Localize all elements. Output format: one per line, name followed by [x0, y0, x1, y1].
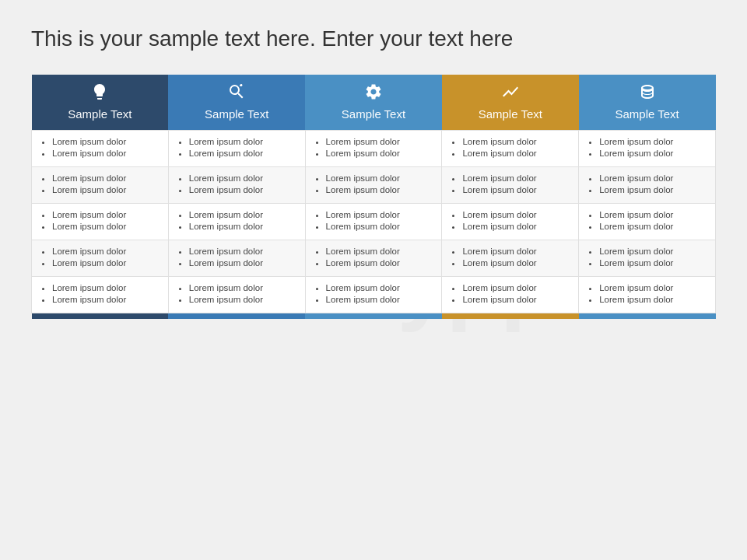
list-item: Lorem ipsum dolor — [326, 295, 434, 304]
list-item: Lorem ipsum dolor — [326, 149, 434, 158]
cell-r5-c1: Lorem ipsum dolorLorem ipsum dolor — [32, 277, 169, 313]
cell-r1-c5: Lorem ipsum dolorLorem ipsum dolor — [579, 131, 716, 167]
list-item: Lorem ipsum dolor — [52, 295, 160, 304]
cell-r5-c4: Lorem ipsum dolorLorem ipsum dolor — [442, 277, 579, 313]
list-item: Lorem ipsum dolor — [326, 247, 434, 256]
gear-icon — [311, 82, 436, 104]
list-item: Lorem ipsum dolor — [599, 210, 707, 219]
list-item: Lorem ipsum dolor — [52, 283, 160, 292]
column-header-4: Sample Text — [442, 75, 579, 131]
table-row: Lorem ipsum dolorLorem ipsum dolorLorem … — [32, 277, 716, 313]
cell-r5-c3: Lorem ipsum dolorLorem ipsum dolor — [305, 277, 442, 313]
cell-r4-c2: Lorem ipsum dolorLorem ipsum dolor — [168, 240, 305, 277]
cell-r2-c2: Lorem ipsum dolorLorem ipsum dolor — [168, 167, 305, 204]
list-item: Lorem ipsum dolor — [462, 137, 570, 146]
cell-r3-c4: Lorem ipsum dolorLorem ipsum dolor — [442, 204, 579, 240]
footer-bar-4 — [442, 313, 579, 319]
list-item: Lorem ipsum dolor — [326, 283, 434, 292]
column-header-1: Sample Text — [32, 75, 169, 131]
column-label-5: Sample Text — [585, 107, 710, 121]
list-item: Lorem ipsum dolor — [326, 258, 434, 268]
search-settings-icon — [174, 82, 299, 104]
list-item: Lorem ipsum dolor — [462, 149, 570, 158]
list-item: Lorem ipsum dolor — [599, 137, 707, 146]
list-item: Lorem ipsum dolor — [52, 173, 160, 183]
list-item: Lorem ipsum dolor — [189, 137, 297, 146]
list-item: Lorem ipsum dolor — [189, 258, 297, 268]
list-item: Lorem ipsum dolor — [599, 185, 707, 194]
list-item: Lorem ipsum dolor — [189, 185, 297, 194]
cell-r2-c3: Lorem ipsum dolorLorem ipsum dolor — [305, 167, 442, 204]
table-row: Lorem ipsum dolorLorem ipsum dolorLorem … — [32, 240, 716, 277]
list-item: Lorem ipsum dolor — [52, 210, 160, 219]
footer-bar-5 — [579, 313, 716, 319]
list-item: Lorem ipsum dolor — [189, 149, 297, 158]
list-item: Lorem ipsum dolor — [462, 295, 570, 304]
table-row: Lorem ipsum dolorLorem ipsum dolorLorem … — [32, 204, 716, 240]
column-header-2: Sample Text — [168, 75, 305, 131]
cell-r1-c3: Lorem ipsum dolorLorem ipsum dolor — [305, 131, 442, 167]
page-title: This is your sample text here. Enter you… — [31, 25, 716, 53]
list-item: Lorem ipsum dolor — [599, 173, 707, 183]
cell-r1-c2: Lorem ipsum dolorLorem ipsum dolor — [168, 131, 305, 167]
list-item: Lorem ipsum dolor — [462, 210, 570, 219]
main-table: Sample Text Sample Text Sample Text Samp… — [31, 75, 716, 319]
cell-r3-c2: Lorem ipsum dolorLorem ipsum dolor — [168, 204, 305, 240]
column-label-1: Sample Text — [38, 107, 163, 121]
list-item: Lorem ipsum dolor — [462, 222, 570, 231]
list-item: Lorem ipsum dolor — [462, 258, 570, 268]
cell-r3-c1: Lorem ipsum dolorLorem ipsum dolor — [32, 204, 169, 240]
list-item: Lorem ipsum dolor — [326, 222, 434, 231]
list-item: Lorem ipsum dolor — [189, 173, 297, 183]
list-item: Lorem ipsum dolor — [462, 283, 570, 292]
list-item: Lorem ipsum dolor — [189, 222, 297, 231]
list-item: Lorem ipsum dolor — [599, 222, 707, 231]
list-item: Lorem ipsum dolor — [462, 185, 570, 194]
list-item: Lorem ipsum dolor — [599, 295, 707, 304]
list-item: Lorem ipsum dolor — [326, 137, 434, 146]
cell-r5-c2: Lorem ipsum dolorLorem ipsum dolor — [168, 277, 305, 313]
cell-r4-c4: Lorem ipsum dolorLorem ipsum dolor — [442, 240, 579, 277]
list-item: Lorem ipsum dolor — [52, 137, 160, 146]
list-item: Lorem ipsum dolor — [326, 173, 434, 183]
cell-r4-c5: Lorem ipsum dolorLorem ipsum dolor — [579, 240, 716, 277]
list-item: Lorem ipsum dolor — [52, 258, 160, 268]
table-row: Lorem ipsum dolorLorem ipsum dolorLorem … — [32, 167, 716, 204]
table-row: Lorem ipsum dolorLorem ipsum dolorLorem … — [32, 131, 716, 167]
list-item: Lorem ipsum dolor — [189, 210, 297, 219]
list-item: Lorem ipsum dolor — [326, 185, 434, 194]
column-header-3: Sample Text — [305, 75, 442, 131]
list-item: Lorem ipsum dolor — [189, 283, 297, 292]
footer-bar-2 — [168, 313, 305, 319]
cell-r2-c4: Lorem ipsum dolorLorem ipsum dolor — [442, 167, 579, 204]
cell-r3-c5: Lorem ipsum dolorLorem ipsum dolor — [579, 204, 716, 240]
list-item: Lorem ipsum dolor — [599, 258, 707, 268]
lightbulb-icon — [38, 82, 163, 104]
list-item: Lorem ipsum dolor — [189, 247, 297, 256]
cell-r1-c1: Lorem ipsum dolorLorem ipsum dolor — [32, 131, 169, 167]
list-item: Lorem ipsum dolor — [599, 247, 707, 256]
column-header-5: Sample Text — [579, 75, 716, 131]
column-label-4: Sample Text — [448, 107, 573, 121]
cell-r4-c1: Lorem ipsum dolorLorem ipsum dolor — [32, 240, 169, 277]
cell-r2-c5: Lorem ipsum dolorLorem ipsum dolor — [579, 167, 716, 204]
column-label-2: Sample Text — [174, 107, 299, 121]
list-item: Lorem ipsum dolor — [189, 295, 297, 304]
list-item: Lorem ipsum dolor — [52, 247, 160, 256]
database-icon — [585, 82, 710, 104]
list-item: Lorem ipsum dolor — [462, 173, 570, 183]
list-item: Lorem ipsum dolor — [326, 210, 434, 219]
footer-bar-1 — [32, 313, 169, 319]
column-label-3: Sample Text — [311, 107, 436, 121]
cell-r2-c1: Lorem ipsum dolorLorem ipsum dolor — [32, 167, 169, 204]
list-item: Lorem ipsum dolor — [52, 185, 160, 194]
cell-r1-c4: Lorem ipsum dolorLorem ipsum dolor — [442, 131, 579, 167]
cell-r4-c3: Lorem ipsum dolorLorem ipsum dolor — [305, 240, 442, 277]
list-item: Lorem ipsum dolor — [599, 283, 707, 292]
list-item: Lorem ipsum dolor — [52, 222, 160, 231]
list-item: Lorem ipsum dolor — [599, 149, 707, 158]
list-item: Lorem ipsum dolor — [52, 149, 160, 158]
footer-bar-3 — [305, 313, 442, 319]
cell-r5-c5: Lorem ipsum dolorLorem ipsum dolor — [579, 277, 716, 313]
cell-r3-c3: Lorem ipsum dolorLorem ipsum dolor — [305, 204, 442, 240]
